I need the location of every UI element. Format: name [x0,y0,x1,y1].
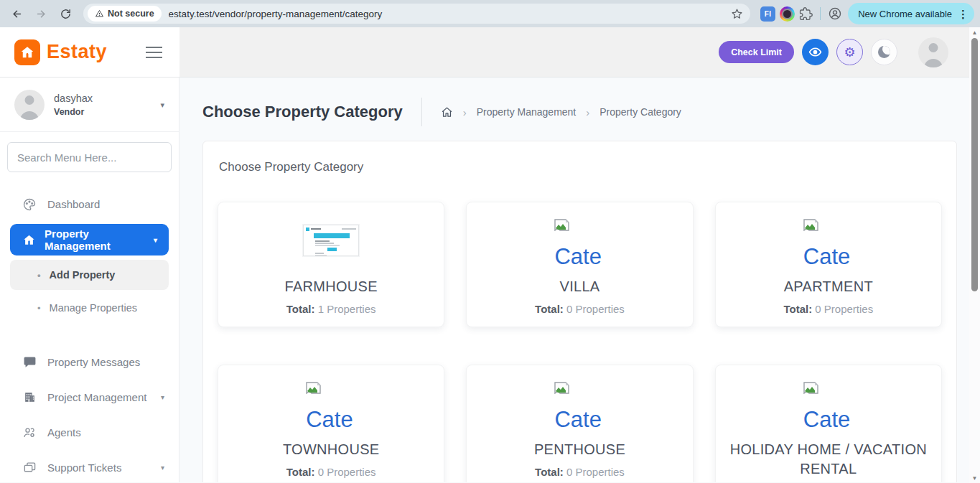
category-card-farmhouse[interactable]: FARMHOUSE Total: 1 Properties [218,202,444,327]
tickets-copy-icon [22,461,37,474]
category-name: HOLIDAY HOME / VACATION RENTAL [726,440,931,479]
moon-icon [878,46,890,58]
broken-image-alt: Category [803,207,854,273]
estaty-logo-icon[interactable] [14,39,40,65]
extension-fi-icon[interactable]: FI [760,6,775,22]
sidebar-divider [0,131,179,132]
sidebar-item-label: Support Tickets [47,461,121,474]
caret-down-icon: ▾ [154,236,157,244]
navbar-user-avatar[interactable] [918,37,948,67]
app-navbar: Estaty Check Limit ⚙ [0,27,980,78]
sidebar-item-label: Property Management [45,228,148,252]
chevron-icon: › [463,106,467,118]
url-text[interactable]: estaty.test/vendor/property-management/c… [169,9,732,19]
sidebar-menu: Dashboard Property Management ▾ • Add Pr… [0,177,179,482]
user-name: dasyhax [54,93,93,104]
category-name: FARMHOUSE [228,277,434,296]
bookmark-star-icon[interactable] [731,8,743,20]
extension-camera-icon[interactable] [780,6,795,22]
user-role: Vendor [54,107,93,117]
broken-image-icon [306,382,321,394]
brand-name[interactable]: Estaty [47,41,107,63]
category-card-holiday-home[interactable]: Category HOLIDAY HOME / VACATION RENTAL … [715,365,942,482]
scroll-up-icon[interactable]: ▲ [969,27,980,37]
scroll-down-icon[interactable]: ▼ [969,473,980,483]
chevron-icon: › [586,106,589,118]
sidebar-item-label: Dashboard [47,198,100,210]
main-content: Choose Property Category › Property Mana… [179,78,980,482]
dark-mode-button[interactable] [871,39,897,65]
building-icon [22,390,37,404]
user-caret-down-icon[interactable]: ▾ [160,100,164,110]
category-card-penthouse[interactable]: Category PENTHOUSE Total: 0 Properties [466,365,693,482]
menu-search-input[interactable] [7,142,172,172]
farmhouse-thumbnail [303,225,359,256]
category-total: Total: 0 Properties [228,466,434,478]
sidebar-item-dashboard[interactable]: Dashboard [0,187,179,222]
palette-icon [22,197,37,212]
toolbar-extensions: FI [757,6,845,22]
security-chip[interactable]: Not secure [88,6,162,22]
chat-bubble-icon [22,355,37,369]
sidebar-item-label: Project Management [47,391,146,403]
category-name: APARTMENT [726,277,931,296]
broken-image-alt: Category [554,370,605,436]
category-panel: Choose Property Category FARMHOUSE Total… [202,141,957,482]
scrollbar-thumb[interactable] [971,38,978,291]
category-total: Total: 1 Properties [228,303,434,315]
breadcrumb-property-management[interactable]: Property Management [477,106,577,118]
broken-image-alt: Category [306,370,356,436]
browser-profile-icon[interactable] [828,6,842,21]
category-total: Total: 0 Properties [477,466,682,478]
reload-button-icon[interactable] [55,3,76,24]
sidebar-item-label: Add Property [50,269,116,281]
settings-gear-button[interactable]: ⚙ [836,39,863,65]
breadcrumb: › Property Management › Property Categor… [441,106,681,118]
browser-menu-icon[interactable]: ⋮ [958,9,969,19]
address-bar[interactable]: Not secure estaty.test/vendor/property-m… [83,4,750,24]
broken-image-alt: Category [803,370,854,436]
security-label: Not secure [108,9,154,19]
browser-toolbar: Not secure estaty.test/vendor/property-m… [0,0,980,27]
sidebar-item-property-management[interactable]: Property Management ▾ [10,224,169,255]
chrome-update-pill[interactable]: New Chrome available ⋮ [848,3,974,24]
broken-image-icon [554,382,569,394]
sidebar-toggle-icon[interactable] [143,40,165,65]
sidebar-item-project-management[interactable]: Project Management ▾ [0,380,179,415]
sidebar-item-support-tickets[interactable]: Support Tickets ▾ [0,450,179,482]
forward-button-icon[interactable] [30,3,52,24]
check-limit-button[interactable]: Check Limit [719,41,794,63]
breadcrumb-home-icon[interactable] [441,106,453,118]
gear-icon: ⚙ [844,44,855,60]
caret-down-icon: ▾ [161,393,164,401]
broken-image-icon [803,219,818,231]
preview-eye-button[interactable] [802,39,829,65]
sidebar-user-block[interactable]: dasyhax Vendor ▾ [0,78,179,131]
agents-people-icon [22,426,37,440]
category-card-apartment[interactable]: Category APARTMENT Total: 0 Properties [715,202,942,327]
update-pill-label: New Chrome available [858,9,952,19]
category-card-townhouse[interactable]: Category TOWNHOUSE Total: 0 Properties [218,365,444,482]
header-divider [421,98,422,126]
extensions-puzzle-icon[interactable] [799,7,813,21]
sidebar-user-avatar [14,90,45,120]
sidebar-item-agents[interactable]: Agents [0,415,179,450]
broken-image-alt: Category [554,207,605,273]
sidebar-subitem-manage-properties[interactable]: • Manage Properties [10,293,169,323]
bullet-icon: • [37,303,41,314]
bullet-icon: • [37,270,41,281]
panel-title: Choose Property Category [218,160,942,174]
category-name: VILLA [477,277,682,296]
sidebar-subitem-add-property[interactable]: • Add Property [10,260,169,290]
sidebar-item-property-messages[interactable]: Property Messages [0,344,179,380]
page-title: Choose Property Category [202,103,403,121]
sidebar-item-label: Agents [47,426,81,439]
navbar-actions: Check Limit ⚙ [179,27,980,77]
category-total: Total: 0 Properties [477,303,682,315]
breadcrumb-property-category: Property Category [599,106,681,118]
back-button-icon[interactable] [6,3,27,24]
category-card-villa[interactable]: Category VILLA Total: 0 Properties [466,202,693,327]
page-scrollbar[interactable]: ▲ ▼ [969,27,980,483]
broken-image-icon [554,219,569,231]
sidebar-item-label: Property Messages [47,356,140,368]
